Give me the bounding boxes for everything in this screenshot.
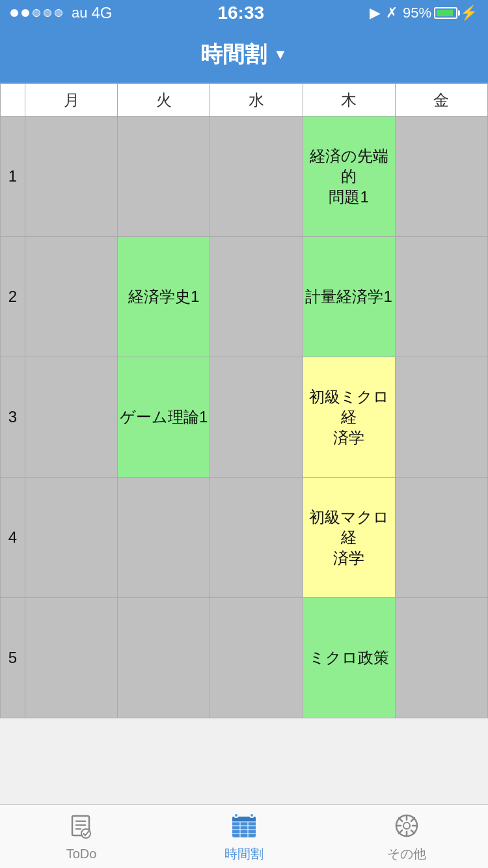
nav-title: 時間割 ▼ [200,40,288,70]
table-row: 2 経済学史1 計量経済学1 [1,237,488,357]
network-label: 4G [91,4,112,22]
svg-line-21 [399,818,402,821]
signal-dot-3 [33,9,40,17]
period-1-label: 1 [1,116,25,237]
cell-3-fri[interactable] [395,357,487,478]
tab-timetable-label: 時間割 [224,845,264,863]
cell-4-thu[interactable]: 初級マクロ経済学 [303,478,395,598]
cell-4-mon[interactable] [25,478,118,598]
svg-point-13 [234,813,238,817]
cell-2-mon[interactable] [25,237,118,357]
tab-other[interactable]: その他 [325,805,488,868]
signal-dots [10,9,62,17]
timetable: 月 火 水 木 金 1 経済の先端的問題1 2 経済学史1 [0,83,488,718]
header-mon: 月 [25,84,118,116]
cell-2-fri[interactable] [395,237,487,357]
cell-5-thu[interactable]: ミクロ政策 [303,598,395,718]
cell-2-tue[interactable]: 経済学史1 [118,237,210,357]
todo-icon [66,811,97,843]
cell-3-wed[interactable] [210,357,303,478]
header-tue: 火 [118,84,210,116]
tab-bar: ToDo 時間割 [0,804,488,868]
battery-fill [437,10,453,16]
header-thu: 木 [303,84,395,116]
status-time: 16:33 [217,3,264,23]
carrier-label: au [72,5,87,21]
tab-timetable[interactable]: 時間割 [163,805,325,868]
cell-2-wed[interactable] [210,237,303,357]
header-period [1,84,25,116]
header-wed: 水 [210,84,303,116]
period-5-label: 5 [1,598,25,718]
other-icon [391,810,422,841]
cell-1-wed[interactable] [210,116,303,237]
nav-chevron-icon[interactable]: ▼ [273,46,288,63]
table-row: 3 ゲーム理論1 初級ミクロ経済学 [1,357,488,478]
battery-icon [434,7,457,19]
cell-5-tue[interactable] [118,598,210,718]
cell-4-tue[interactable] [118,478,210,598]
cell-4-fri[interactable] [395,478,487,598]
svg-point-16 [403,822,410,829]
signal-dot-5 [55,9,62,17]
cell-2-thu[interactable]: 計量経済学1 [303,237,395,357]
cell-4-wed[interactable] [210,478,303,598]
timetable-icon [228,810,260,841]
svg-line-24 [399,830,402,834]
svg-line-23 [411,818,414,821]
period-4-label: 4 [1,478,25,598]
tab-todo[interactable]: ToDo [0,805,163,868]
signal-dot-4 [44,9,51,17]
timetable-wrapper: 月 火 水 木 金 1 経済の先端的問題1 2 経済学史1 [0,83,488,804]
cell-3-tue[interactable]: ゲーム理論1 [118,357,210,478]
cell-5-wed[interactable] [210,598,303,718]
header-fri: 金 [395,84,487,116]
table-row: 4 初級マクロ経済学 [1,478,488,598]
cell-1-mon[interactable] [25,116,118,237]
status-bar: au 4G 16:33 ▶ ✗ 95% ⚡ [0,0,488,26]
signal-dot-1 [10,9,18,17]
location-icon: ▶ [370,5,381,21]
cell-1-thu[interactable]: 経済の先端的問題1 [303,116,395,237]
svg-point-14 [250,813,254,817]
status-right: ▶ ✗ 95% ⚡ [370,5,478,21]
period-2-label: 2 [1,237,25,357]
table-row: 1 経済の先端的問題1 [1,116,488,237]
charging-icon: ⚡ [460,5,478,21]
battery-container: 95% ⚡ [403,5,478,21]
nav-bar: 時間割 ▼ [0,26,488,83]
cell-3-thu[interactable]: 初級ミクロ経済学 [303,357,395,478]
cell-1-fri[interactable] [395,116,487,237]
cell-1-tue[interactable] [118,116,210,237]
tab-other-label: その他 [387,845,426,863]
header-row: 月 火 水 木 金 [1,84,488,116]
bluetooth-icon: ✗ [386,5,398,21]
cell-5-fri[interactable] [395,598,487,718]
cell-5-mon[interactable] [25,598,118,718]
cell-3-mon[interactable] [25,357,118,478]
nav-title-text: 時間割 [200,40,267,70]
period-3-label: 3 [1,357,25,478]
tab-todo-label: ToDo [66,847,97,861]
table-row: 5 ミクロ政策 [1,598,488,718]
signal-dot-2 [21,9,29,17]
battery-percent: 95% [403,5,431,21]
svg-line-22 [411,830,414,834]
status-left: au 4G [10,4,113,22]
